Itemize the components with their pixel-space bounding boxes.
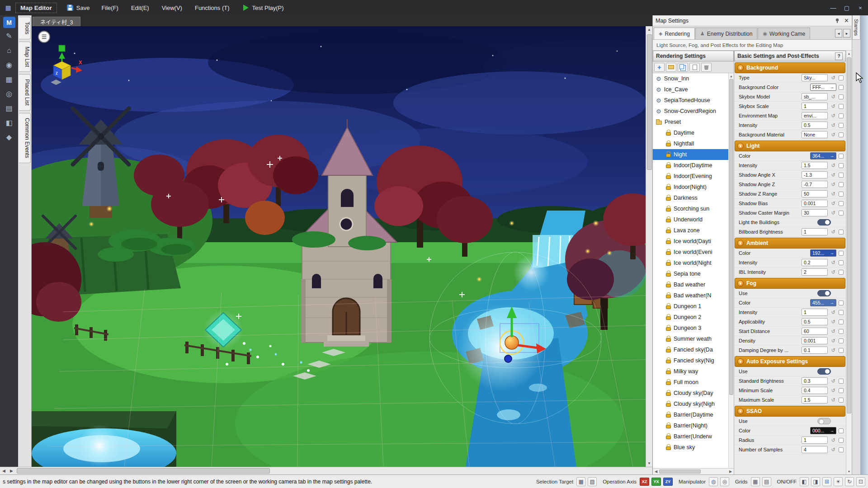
checkbox[interactable] xyxy=(839,123,844,128)
checkbox[interactable] xyxy=(839,329,844,334)
list-item-nightfall[interactable]: Nightfall xyxy=(653,138,728,149)
props-scroll-down-icon[interactable]: ▼ xyxy=(846,469,852,474)
save-button[interactable]: Save xyxy=(61,0,95,15)
list-scroll-up-icon[interactable]: ▲ xyxy=(729,73,734,79)
display-icon[interactable]: ⊡ xyxy=(856,477,865,486)
test-play-button[interactable]: Test Play(P) xyxy=(236,0,291,15)
value-field-shadow-caster-margin[interactable]: 30 xyxy=(802,209,828,216)
checkbox[interactable] xyxy=(839,94,844,99)
checkbox[interactable] xyxy=(839,260,844,265)
toggle-use[interactable] xyxy=(817,418,831,424)
reset-icon[interactable]: ↺ xyxy=(830,122,836,128)
list-horizontal-scrollbar[interactable]: ◀ ▶ xyxy=(653,468,734,474)
checkbox[interactable] xyxy=(839,163,844,168)
stamps-tab[interactable]: Stamps xyxy=(852,15,860,40)
list-item-barrier-night[interactable]: Barrier(Night) xyxy=(653,420,728,431)
list-item-dungeon-1[interactable]: Dungeon 1 xyxy=(653,301,728,312)
layer-tool-icon[interactable]: ▤ xyxy=(2,102,16,115)
checkbox[interactable] xyxy=(839,192,844,197)
value-field-minimum-scale[interactable]: 0.4 xyxy=(802,387,828,394)
delete-setting-button[interactable] xyxy=(701,63,712,72)
checkbox[interactable] xyxy=(839,319,844,324)
selection-object-icon[interactable]: ▧ xyxy=(588,477,597,486)
axis-xz-button[interactable]: XZ xyxy=(640,478,649,486)
list-item-snow-coverdregion[interactable]: ⚙Snow-CoverdRegion xyxy=(653,106,728,117)
list-scroll-right-icon[interactable]: ▶ xyxy=(727,469,734,474)
reset-icon[interactable]: ↺ xyxy=(830,229,836,235)
section-header-auto-exposure-settings[interactable]: ∨Auto Exposure Settings xyxy=(735,356,845,367)
grid-icon[interactable]: ▦ xyxy=(751,477,760,486)
value-field-intensity[interactable]: 0.2 xyxy=(802,259,828,266)
checkbox[interactable] xyxy=(839,154,844,159)
axis-gizmo[interactable]: z X xyxy=(41,44,86,89)
list-item-barrier-underw[interactable]: Barrier(Underw xyxy=(653,431,728,442)
list-item-fancied-sky-da[interactable]: Fancied sky(Da xyxy=(653,344,728,355)
viewport-vertical-scrollbar[interactable]: ▲ ▼ xyxy=(646,26,652,467)
color-field-background-color[interactable]: FFF...→ xyxy=(810,84,836,91)
maximize-button[interactable]: ▢ xyxy=(840,1,854,14)
list-hscroll-thumb[interactable] xyxy=(659,469,701,474)
value-field-density[interactable]: 0.001 xyxy=(802,337,828,344)
value-field-shadow-angle-x[interactable]: -1.3 xyxy=(802,171,828,178)
scene-canvas[interactable]: ☰ z X xyxy=(32,26,646,467)
map-tab[interactable]: ネイティ村_3 xyxy=(33,17,80,26)
globe-icon[interactable]: ◍ xyxy=(709,477,718,486)
value-field-billboard-brightness[interactable]: 1 xyxy=(802,228,828,235)
scroll-left-icon[interactable]: ◀ xyxy=(0,467,8,474)
viewport-menu-button[interactable]: ☰ xyxy=(38,31,50,43)
scroll-up-icon[interactable]: ▲ xyxy=(646,26,652,33)
checkbox[interactable] xyxy=(839,428,844,433)
list-item-full-moon[interactable]: Full moon xyxy=(653,377,728,388)
list-item-ice-world-eveni[interactable]: Ice world(Eveni xyxy=(653,247,728,258)
tabs-scroll-right-icon[interactable]: ▸ xyxy=(843,29,850,38)
value-field-shadow-bias[interactable]: 0.001 xyxy=(802,200,828,207)
light-icon[interactable]: ☀ xyxy=(834,477,843,486)
checkbox[interactable] xyxy=(839,173,844,178)
checkbox[interactable] xyxy=(839,348,844,353)
checkbox[interactable] xyxy=(839,211,844,216)
reset-icon[interactable]: ↺ xyxy=(830,163,836,169)
import-setting-button[interactable] xyxy=(666,63,676,72)
list-item-daytime[interactable]: Daytime xyxy=(653,127,728,138)
reset-icon[interactable]: ↺ xyxy=(830,328,836,334)
list-scroll-thumb[interactable] xyxy=(729,79,733,395)
checkbox[interactable] xyxy=(839,398,844,403)
value-field-number-of-samples[interactable]: 4 xyxy=(802,446,828,453)
side-tab-tools[interactable]: Tools xyxy=(19,17,31,39)
list-item-sepia-tone[interactable]: Sepia tone xyxy=(653,268,728,279)
list-item-indoor-daytime[interactable]: Indoor(Daytime xyxy=(653,160,728,171)
value-field-type[interactable]: Sky... xyxy=(802,74,828,81)
value-field-skybox-model[interactable]: sb_... xyxy=(802,93,828,100)
toggle-left-icon[interactable]: ◧ xyxy=(800,477,809,486)
checkbox[interactable] xyxy=(839,270,844,275)
list-item-cloudy-sky-day[interactable]: Cloudy sky(Day xyxy=(653,388,728,399)
section-header-ambient[interactable]: ∨Ambient xyxy=(735,238,845,249)
map-mode-icon[interactable]: M xyxy=(3,17,15,28)
panel-close-icon[interactable]: ✕ xyxy=(844,17,849,24)
list-item-bad-weather-n[interactable]: Bad weather(N xyxy=(653,290,728,301)
vertical-scroll-thumb[interactable] xyxy=(647,34,652,170)
reset-icon[interactable]: ↺ xyxy=(830,437,836,443)
fill-tool-icon[interactable]: ◧ xyxy=(2,116,16,129)
target-tool-icon[interactable]: ◎ xyxy=(2,87,16,100)
pin-icon[interactable] xyxy=(835,18,840,23)
tile-tool-icon[interactable]: ▦ xyxy=(2,73,16,86)
sphere-tool-icon[interactable]: ◉ xyxy=(2,58,16,71)
section-header-fog[interactable]: ∨Fog xyxy=(735,278,845,289)
checkbox[interactable] xyxy=(839,388,844,393)
value-field-applicability[interactable]: 0.5 xyxy=(802,318,828,325)
value-field-background-material[interactable]: None xyxy=(802,131,828,138)
app-menu-icon[interactable]: ▦ xyxy=(3,2,14,13)
value-field-maximum-scale[interactable]: 1.5 xyxy=(802,396,828,404)
decoration-tool-icon[interactable]: ◆ xyxy=(2,131,16,144)
list-item-barrier-daytime[interactable]: Barrier(Daytime xyxy=(653,409,728,420)
reset-icon[interactable]: ↺ xyxy=(830,94,836,100)
color-field-color[interactable]: 000...→ xyxy=(810,427,836,434)
tabs-scroll-left-icon[interactable]: ◂ xyxy=(835,29,842,38)
value-field-radius[interactable]: 1 xyxy=(802,436,828,444)
list-item-darkness[interactable]: Darkness xyxy=(653,192,728,203)
list-item-fancied-sky-nig[interactable]: Fancied sky(Nig xyxy=(653,355,728,366)
value-field-shadow-z-range[interactable]: 50 xyxy=(802,190,828,197)
value-field-intensity[interactable]: 1 xyxy=(802,309,828,316)
horizontal-scroll-thumb[interactable] xyxy=(17,468,270,474)
